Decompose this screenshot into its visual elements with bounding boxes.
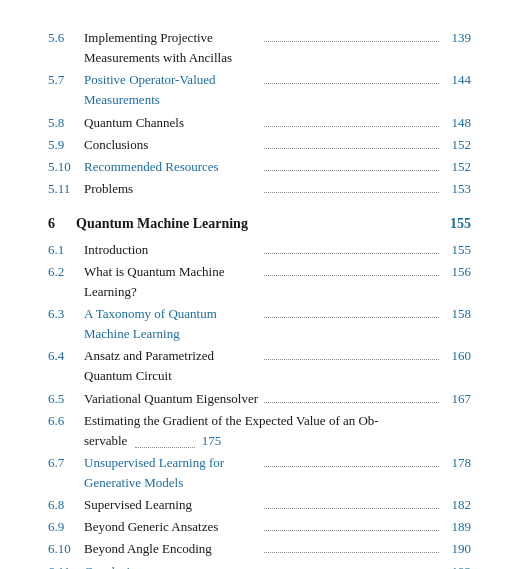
entry-page-6-9: 189 — [443, 517, 471, 537]
entry-num-6-2: 6.2 — [48, 262, 84, 282]
dots-6-5 — [264, 402, 440, 403]
entry-title-6-4: Ansatz and Parametrized Quantum Circuit — [84, 346, 260, 386]
entry-num-6-11: 6.11 — [48, 562, 84, 569]
dots-6-1 — [264, 253, 440, 254]
dots-6-10 — [264, 552, 440, 553]
entry-title-5-10: Recommended Resources — [84, 157, 260, 177]
toc-entry-6-9: 6.9 Beyond Generic Ansatzes 189 — [48, 517, 471, 537]
entry-num-6-6: 6.6 — [48, 411, 84, 431]
entry-page-6-3: 158 — [443, 304, 471, 324]
entry-page-6-11: 192 — [443, 562, 471, 569]
entry-num-5-8: 5.8 — [48, 113, 84, 133]
entry-page-5-11: 153 — [443, 179, 471, 199]
entry-num-5-11: 5.11 — [48, 179, 84, 199]
chapter-6-page: 155 — [443, 213, 471, 235]
toc-entry-5-7: 5.7 Positive Operator-Valued Measurement… — [48, 70, 471, 110]
entry-title-5-6: Implementing Projective Measurements wit… — [84, 28, 260, 68]
dots-5-8 — [264, 126, 440, 127]
entry-page-5-9: 152 — [443, 135, 471, 155]
dots-6-4 — [264, 359, 440, 360]
entry-page-5-6: 139 — [443, 28, 471, 48]
entry-page-6-2: 156 — [443, 262, 471, 282]
entry-num-6-9: 6.9 — [48, 517, 84, 537]
entry-title-6-3: A Taxonomy of Quantum Machine Learning — [84, 304, 260, 344]
entry-num-5-10: 5.10 — [48, 157, 84, 177]
toc-entry-6-5: 6.5 Variational Quantum Eigensolver 167 — [48, 389, 471, 409]
entry-num-5-6: 5.6 — [48, 28, 84, 48]
toc-entry-6-10: 6.10 Beyond Angle Encoding 190 — [48, 539, 471, 559]
chapter-6-num: 6 — [48, 213, 68, 235]
ch5-sections: 5.6 Implementing Projective Measurements… — [48, 28, 471, 199]
entry-title-6-11: Conclusions — [84, 562, 260, 569]
entry-num-6-7: 6.7 — [48, 453, 84, 473]
entry-page-6-4: 160 — [443, 346, 471, 366]
entry-title-6-7: Unsupervised Learning for Generative Mod… — [84, 453, 260, 493]
dots-5-7 — [264, 83, 440, 84]
entry-title-5-11: Problems — [84, 179, 260, 199]
entry-num-6-5: 6.5 — [48, 389, 84, 409]
chapter-6-title: Quantum Machine Learning — [76, 213, 443, 235]
entry-page-6-6: 175 — [202, 433, 222, 448]
entry-page-5-10: 152 — [443, 157, 471, 177]
toc-entry-6-8: 6.8 Supervised Learning 182 — [48, 495, 471, 515]
entry-title-6-1: Introduction — [84, 240, 260, 260]
entry-num-6-4: 6.4 — [48, 346, 84, 366]
dots-6-3 — [264, 317, 440, 318]
toc-entry-5-10: 5.10 Recommended Resources 152 — [48, 157, 471, 177]
toc-entry-6-4: 6.4 Ansatz and Parametrized Quantum Circ… — [48, 346, 471, 386]
entry-title-5-8: Quantum Channels — [84, 113, 260, 133]
toc-entry-6-1: 6.1 Introduction 155 — [48, 240, 471, 260]
toc-entry-6-6: 6.6 Estimating the Gradient of the Expec… — [48, 411, 471, 451]
ch6-sections: 6.1 Introduction 155 6.2 What is Quantum… — [48, 240, 471, 569]
entry-page-6-10: 190 — [443, 539, 471, 559]
entry-title-6-6: Estimating the Gradient of the Expected … — [84, 411, 471, 451]
dots-5-6 — [264, 41, 440, 42]
entry-page-6-7: 178 — [443, 453, 471, 473]
entry-title-6-5: Variational Quantum Eigensolver — [84, 389, 260, 409]
entry-num-6-10: 6.10 — [48, 539, 84, 559]
entry-page-6-5: 167 — [443, 389, 471, 409]
toc-entry-6-2: 6.2 What is Quantum Machine Learning? 15… — [48, 262, 471, 302]
toc-entry-5-11: 5.11 Problems 153 — [48, 179, 471, 199]
entry-num-6-1: 6.1 — [48, 240, 84, 260]
toc-entry-6-11: 6.11 Conclusions 192 — [48, 562, 471, 569]
dots-5-11 — [264, 192, 440, 193]
entry-page-5-7: 144 — [443, 70, 471, 90]
entry-num-5-7: 5.7 — [48, 70, 84, 90]
dots-5-9 — [264, 148, 440, 149]
toc-entry-5-8: 5.8 Quantum Channels 148 — [48, 113, 471, 133]
entry-page-5-8: 148 — [443, 113, 471, 133]
entry-title-5-7: Positive Operator-Valued Measurements — [84, 70, 260, 110]
toc-entry-6-3: 6.3 A Taxonomy of Quantum Machine Learni… — [48, 304, 471, 344]
dots-6-7 — [264, 466, 440, 467]
toc-entry-6-7: 6.7 Unsupervised Learning for Generative… — [48, 453, 471, 493]
toc-entry-5-6: 5.6 Implementing Projective Measurements… — [48, 28, 471, 68]
toc-page: 5.6 Implementing Projective Measurements… — [0, 0, 519, 569]
chapter-6-row: 6 Quantum Machine Learning 155 — [48, 213, 471, 235]
entry-page-6-8: 182 — [443, 495, 471, 515]
dots-5-10 — [264, 170, 440, 171]
entry-title-6-2: What is Quantum Machine Learning? — [84, 262, 260, 302]
entry-title-6-9: Beyond Generic Ansatzes — [84, 517, 260, 537]
entry-num-5-9: 5.9 — [48, 135, 84, 155]
entry-num-6-3: 6.3 — [48, 304, 84, 324]
entry-title-6-8: Supervised Learning — [84, 495, 260, 515]
entry-page-6-1: 155 — [443, 240, 471, 260]
dots-6-2 — [264, 275, 440, 276]
entry-title-5-9: Conclusions — [84, 135, 260, 155]
toc-entry-5-9: 5.9 Conclusions 152 — [48, 135, 471, 155]
dots-6-8 — [264, 508, 440, 509]
entry-num-6-8: 6.8 — [48, 495, 84, 515]
dots-6-9 — [264, 530, 440, 531]
entry-title-6-10: Beyond Angle Encoding — [84, 539, 260, 559]
